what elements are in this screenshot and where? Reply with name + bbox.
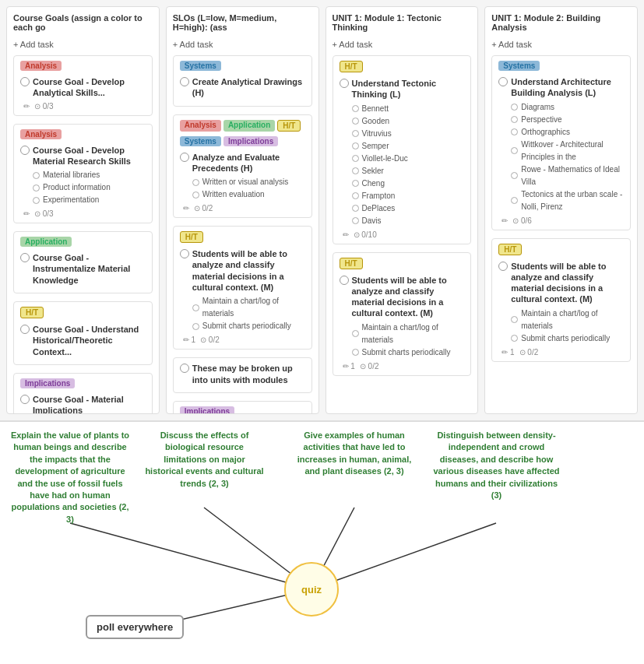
- sub-item: Perspective: [498, 114, 624, 126]
- task-card: ApplicationCourse Goal - Instrumentalize…: [13, 231, 153, 293]
- pencil-icon: ✏ 1: [501, 348, 514, 357]
- task-card: ImplicationsStudents will compare the en…: [173, 401, 312, 414]
- task-meta: ✏⊙ 0/6: [498, 216, 624, 225]
- sub-item-label: Gooden: [362, 115, 390, 128]
- task-title: Understand Tectonic Thinking (L): [352, 78, 465, 100]
- task-card: These may be broken up into units with m…: [173, 357, 312, 393]
- sub-item-label: Written evaluation: [202, 188, 265, 201]
- sub-item-label: Product information: [43, 181, 111, 194]
- sub-circle-icon: [511, 197, 518, 204]
- task-radio[interactable]: [180, 153, 189, 162]
- task-radio[interactable]: [180, 249, 189, 258]
- tag-label: Implications: [20, 378, 75, 388]
- sub-item: Gooden: [340, 115, 465, 128]
- task-radio[interactable]: [20, 395, 30, 404]
- task-meta: ✏⊙ 0/3: [20, 209, 146, 218]
- task-meta: ✏⊙ 0/2: [180, 204, 305, 213]
- sub-circle-icon: [352, 330, 359, 337]
- sub-item: Submit charts periodically: [180, 320, 305, 332]
- sub-item: Davis: [340, 215, 465, 227]
- kanban-column-2: UNIT 1: Module 1: Tectonic Thinking+ Add…: [326, 6, 479, 414]
- tag-label: Systems: [180, 136, 221, 146]
- task-card: AnalysisCourse Goal - Develop Material R…: [13, 124, 153, 224]
- pencil-icon: ✏: [183, 204, 189, 213]
- column-title: UNIT 1: Module 1: Tectonic Thinking: [333, 13, 472, 32]
- sub-circle-icon: [352, 217, 359, 224]
- mindmap-text-node-0: Explain the value of plants to human bei…: [8, 430, 132, 525]
- sub-item-label: Viollet-le-Duc: [362, 153, 408, 165]
- tag-label: Systems: [180, 61, 221, 71]
- sub-item: Experimentation: [20, 194, 146, 206]
- task-card: H/TStudents will be able to analyze and …: [173, 226, 312, 350]
- sub-item: Frampton: [340, 190, 465, 202]
- task-title: Students will be able to analyze and cla…: [352, 275, 465, 319]
- tag-label: H/T: [20, 307, 44, 318]
- task-radio[interactable]: [20, 253, 30, 262]
- task-title: Course Goal - Develop Analytical Skills.…: [33, 76, 146, 99]
- sub-item-label: Wittkover - Architectural Principles in …: [521, 139, 624, 163]
- task-main-row: Students will be able to analyze and cla…: [340, 275, 465, 319]
- pencil-icon: ✏ 1: [183, 336, 195, 344]
- sub-item: Orthographics: [498, 126, 624, 139]
- task-count: ⊙ 0/2: [194, 204, 213, 213]
- sub-item-label: Perspective: [521, 114, 561, 126]
- task-radio[interactable]: [20, 325, 30, 334]
- sub-item: Bennett: [340, 103, 465, 115]
- task-radio[interactable]: [340, 79, 349, 88]
- sub-circle-icon: [352, 130, 359, 137]
- task-main-row: Students will be able to analyze and cla…: [180, 248, 305, 293]
- task-meta: ✏ 1⊙ 0/2: [498, 348, 624, 357]
- sub-item: DePlaces: [340, 202, 465, 215]
- sub-item: Material libraries: [20, 169, 146, 181]
- sub-circle-icon: [511, 335, 518, 342]
- mindmap-text-node-3: Distinguish between density-independent …: [432, 430, 561, 501]
- tag-label: Application: [20, 237, 72, 247]
- column-title: SLOs (L=low, M=medium, H=high): (ass: [173, 13, 312, 32]
- sub-circle-icon: [192, 304, 199, 311]
- task-title: Course Goal - Instrumentalize Material K…: [33, 252, 146, 286]
- sub-item: Wittkover - Architectural Principles in …: [498, 139, 624, 163]
- sub-circle-icon: [352, 142, 359, 149]
- add-task-button[interactable]: + Add task: [333, 38, 472, 51]
- task-radio[interactable]: [498, 262, 508, 271]
- sub-item-label: Vitruvius: [362, 128, 392, 140]
- sub-circle-icon: [352, 180, 359, 187]
- add-task-button[interactable]: + Add task: [173, 38, 312, 51]
- add-task-button[interactable]: + Add task: [13, 38, 153, 51]
- task-count: ⊙ 0/6: [512, 216, 532, 225]
- column-title: UNIT 1: Module 2: Building Analysis: [491, 13, 631, 32]
- sub-circle-icon: [352, 192, 359, 199]
- task-radio[interactable]: [180, 364, 189, 373]
- task-count: ⊙ 0/2: [519, 348, 539, 357]
- quiz-node[interactable]: quiz: [284, 562, 339, 617]
- task-radio[interactable]: [20, 146, 30, 155]
- sub-circle-icon: [511, 316, 518, 323]
- sub-circle-icon: [192, 179, 199, 186]
- task-radio[interactable]: [20, 77, 30, 86]
- task-main-row: Understand Architecture Building Analysi…: [498, 76, 624, 99]
- quiz-label: quiz: [284, 562, 339, 617]
- mindmap-text-node-2: Give examples of human activities that h…: [292, 430, 417, 478]
- sub-item-label: Rowe - Mathematics of Ideal Villa: [521, 163, 624, 188]
- tag-label: H/T: [340, 258, 363, 269]
- sub-item-label: Submit charts periodically: [362, 346, 451, 359]
- task-radio[interactable]: [180, 77, 189, 86]
- tag-label: Analysis: [20, 61, 62, 71]
- add-task-button[interactable]: + Add task: [491, 38, 631, 51]
- sub-circle-icon: [352, 118, 359, 125]
- task-title: Course Goal - Develop Material Research …: [33, 145, 146, 167]
- task-title: Course Goal - Material Implications: [33, 394, 146, 414]
- sub-item: Product information: [20, 181, 146, 194]
- pencil-icon: ✏: [23, 102, 30, 111]
- poll-everywhere-node[interactable]: poll everywhere: [86, 615, 184, 639]
- sub-item-label: Material libraries: [43, 169, 100, 181]
- task-radio[interactable]: [498, 77, 508, 86]
- task-meta: ✏ 1⊙ 0/2: [340, 362, 465, 371]
- sub-item-label: Semper: [362, 140, 389, 153]
- sub-item: Submit charts periodically: [498, 332, 624, 345]
- task-main-row: Understand Tectonic Thinking (L): [340, 78, 465, 100]
- task-title: Analyze and Evaluate Precedents (H): [192, 152, 305, 174]
- task-radio[interactable]: [340, 276, 349, 285]
- kanban-column-3: UNIT 1: Module 2: Building Analysis+ Add…: [484, 6, 638, 414]
- task-card: H/TStudents will be able to analyze and …: [333, 252, 472, 376]
